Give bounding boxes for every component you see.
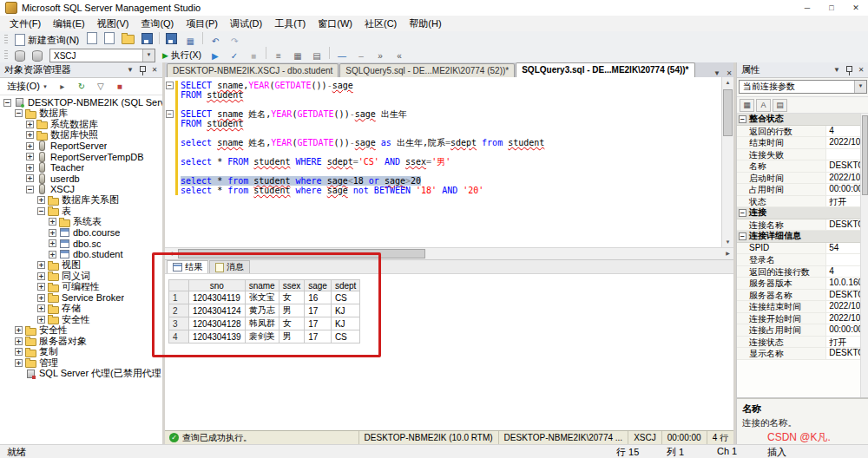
property-row[interactable]: 占用时间00:00:00.081 — [737, 184, 868, 196]
property-row[interactable]: 连接状态打开 — [737, 337, 868, 349]
scrollbar-track[interactable] — [176, 248, 722, 259]
editor-line[interactable]: select sname 姓名,YEAR(GETDATE())-sage as … — [165, 138, 721, 147]
new-query-button[interactable]: 新建查询(N) — [11, 32, 82, 49]
result-cell[interactable]: 17 — [305, 304, 332, 317]
document-tab[interactable]: SQLQuery3.sql - DE...ME2IK\20774 (54))* — [516, 62, 694, 77]
scrollbar-thumb[interactable] — [862, 115, 868, 195]
editor-horizontal-scrollbar[interactable]: ◀ ▶ — [165, 247, 733, 260]
property-row[interactable]: 连接名称DESKTOP-NBME2IK — [737, 219, 868, 232]
collapse-icon[interactable]: − — [739, 115, 746, 123]
property-row[interactable]: 名称DESKTOP-NBME2IK — [737, 160, 868, 173]
property-row[interactable]: 启动时间2022/10/7 15:25:40 — [737, 173, 868, 185]
tree-item[interactable]: +系统表 — [0, 217, 162, 228]
save-icon[interactable] — [138, 30, 156, 47]
oe-expand-icon[interactable]: ▸ — [53, 78, 72, 95]
column-header[interactable]: sdept — [331, 280, 359, 291]
property-row[interactable]: 状态打开 — [737, 196, 868, 208]
pin-icon[interactable] — [843, 65, 855, 75]
property-row[interactable]: SPID54 — [737, 243, 868, 255]
tree-item[interactable]: +ReportServerTempDB — [0, 152, 162, 163]
window-menu-icon[interactable]: ▼ — [124, 66, 136, 74]
scroll-up-icon[interactable]: ▲ — [722, 77, 733, 88]
result-cell[interactable]: 男 — [279, 330, 305, 344]
collapse-icon[interactable]: − — [739, 232, 746, 240]
tree-item[interactable]: −数据库 — [0, 108, 162, 120]
tab-results[interactable]: 结果 — [167, 260, 208, 273]
scroll-left-icon[interactable]: ◀ — [165, 248, 176, 259]
result-cell[interactable]: 1204304139 — [189, 330, 246, 344]
pin-icon[interactable] — [136, 65, 148, 75]
tree-expander-icon[interactable]: − — [15, 109, 23, 117]
tree-expander-icon[interactable]: − — [3, 99, 11, 107]
property-section[interactable]: −整合状态 — [737, 114, 868, 126]
editor-line[interactable]: select * FROM student WHERE sdept='CS' A… — [165, 157, 721, 167]
tree-item[interactable]: +dbo.student — [0, 249, 162, 260]
close-panel-icon[interactable]: ✕ — [855, 66, 867, 74]
tree-item[interactable]: −表 — [0, 206, 162, 217]
scroll-right-icon[interactable]: ▶ — [722, 248, 733, 259]
tree-item[interactable]: +Teacher — [0, 162, 162, 173]
connect-button[interactable]: 连接(O) ▼ — [3, 79, 51, 94]
editor-line[interactable]: −SELECT sname 姓名,YEAR(GETDATE())-sage 出生… — [165, 109, 721, 119]
result-row[interactable]: 11204304119张文宝女16CS — [169, 291, 360, 304]
editor-vertical-scrollbar[interactable]: ▲ ▼ — [721, 77, 733, 247]
tree-item[interactable]: +userdb — [0, 173, 162, 185]
result-cell[interactable]: 1204304124 — [189, 304, 246, 317]
tree-expander-icon[interactable]: + — [15, 359, 23, 367]
editor-line[interactable]: select * from student where sage not BET… — [165, 186, 721, 195]
alphabetical-icon[interactable]: A — [756, 99, 771, 112]
chevron-down-icon[interactable]: ▼ — [854, 81, 866, 93]
tree-item[interactable]: +数据库快照 — [0, 130, 162, 141]
tree-item[interactable]: +服务器对象 — [0, 336, 162, 347]
property-section[interactable]: −连接 — [737, 207, 868, 219]
column-header[interactable]: ssex — [279, 280, 305, 291]
tree-item[interactable]: +数据库关系图 — [0, 195, 162, 206]
editor-line[interactable] — [165, 128, 721, 138]
menu-item[interactable]: 查询(Q) — [135, 16, 180, 31]
column-header[interactable]: sage — [305, 280, 332, 291]
tree-expander-icon[interactable]: + — [49, 251, 56, 258]
property-row[interactable]: 登录名 — [737, 254, 868, 266]
collapse-icon[interactable]: − — [166, 110, 174, 118]
menu-item[interactable]: 社区(C) — [358, 16, 403, 31]
toolbar-grip[interactable] — [4, 50, 8, 61]
tree-item[interactable]: +视图 — [0, 260, 162, 272]
stop-icon[interactable]: ■ — [110, 78, 129, 95]
property-row[interactable]: 连接占用时间00:00:00.081 — [737, 324, 868, 337]
result-cell[interactable]: 16 — [305, 291, 332, 304]
result-cell[interactable]: 女 — [279, 291, 305, 304]
tree-expander-icon[interactable]: + — [26, 142, 34, 150]
close-icon[interactable]: ✕ — [844, 0, 868, 16]
menu-item[interactable]: 视图(V) — [91, 16, 135, 31]
tree-expander-icon[interactable]: − — [26, 186, 34, 193]
tree-expander-icon[interactable]: + — [15, 326, 23, 334]
tab-list-icon[interactable]: ▼ — [711, 69, 723, 77]
result-cell[interactable]: 韩凤群 — [245, 317, 279, 330]
tree-expander-icon[interactable]: + — [37, 294, 45, 302]
analysis-services-query-icon[interactable] — [101, 30, 118, 47]
property-row[interactable]: 结束时间2022/10/7 15:25:40 — [737, 137, 868, 149]
tree-expander-icon[interactable]: + — [37, 196, 45, 204]
menu-item[interactable]: 帮助(H) — [403, 16, 447, 31]
property-row[interactable]: 服务器版本10.0.1600 — [737, 278, 868, 290]
scrollbar-thumb[interactable] — [723, 89, 733, 136]
property-row[interactable]: 连接失败 — [737, 149, 868, 161]
result-cell[interactable]: 1204304119 — [189, 291, 246, 304]
tree-expander-icon[interactable]: + — [26, 121, 34, 128]
property-row[interactable]: 服务器名称DESKTOP-NBME2IK — [737, 290, 868, 302]
property-section[interactable]: −连接详细信息 — [737, 231, 868, 243]
scrollbar-thumb[interactable] — [178, 249, 425, 258]
document-tab[interactable]: SQLQuery5.sql - DE...ME2IK\20774 (52))* — [339, 63, 515, 77]
tree-expander-icon[interactable]: + — [15, 348, 23, 356]
property-row[interactable]: 显示名称DESKTOP-NBME2IK — [737, 348, 868, 360]
change-connection-icon[interactable] — [11, 48, 29, 64]
tree-item[interactable]: −XSCJ — [0, 184, 162, 195]
document-tab[interactable]: DESKTOP-NBME2IK.XSCJ - dbo.student — [167, 63, 339, 77]
tree-item[interactable]: +同义词 — [0, 271, 162, 282]
menu-item[interactable]: 编辑(E) — [47, 16, 91, 31]
property-row[interactable]: 返回的连接行数4 — [737, 266, 868, 278]
menu-item[interactable]: 项目(P) — [180, 16, 224, 31]
property-pages-icon[interactable]: ▤ — [773, 99, 787, 112]
tree-item[interactable]: +系统数据库 — [0, 119, 162, 130]
available-databases-icon[interactable] — [29, 48, 46, 64]
